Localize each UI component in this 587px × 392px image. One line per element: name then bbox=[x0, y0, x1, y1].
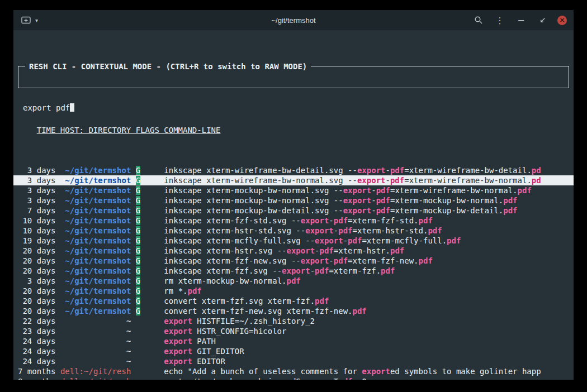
host-directory: ~ bbox=[60, 337, 131, 346]
history-list: 3 days ~/git/termshot G inkscape xterm-w… bbox=[18, 165, 569, 380]
host-directory: ~/git/termshot bbox=[60, 307, 131, 315]
history-row[interactable]: 24 days ~ export GIT_EDITOR bbox=[13, 346, 574, 356]
command-text: inkscape xterm-fzf-new.svg --export-pdf=… bbox=[164, 256, 432, 265]
command-text: inkscape xterm-hstr-std.svg --export-pdf… bbox=[164, 226, 442, 235]
titlebar: ▾ ~/git/termshot ⋮ − × bbox=[13, 10, 574, 30]
host-directory: ~ bbox=[60, 317, 131, 326]
chevron-down-icon[interactable]: ▾ bbox=[35, 17, 38, 23]
git-flag: G bbox=[136, 186, 140, 195]
restore-button[interactable] bbox=[536, 14, 548, 26]
git-flag: G bbox=[136, 236, 140, 245]
git-flag: G bbox=[136, 266, 140, 275]
git-flag: G bbox=[136, 176, 140, 185]
entry-time: 7 months bbox=[18, 367, 55, 376]
command-text: inkscape xterm-mockup-bw-normal.svg --ex… bbox=[164, 196, 517, 205]
command-text: convert xterm-fzf.svg xterm-fzf.pdf bbox=[164, 297, 329, 305]
host-directory: ~/git/termshot bbox=[60, 236, 131, 245]
command-text: export HISTFILE=~/.zsh_history_2 bbox=[164, 317, 315, 326]
history-row[interactable]: 20 days ~/git/termshot G convert xterm-f… bbox=[13, 296, 574, 306]
git-flag: G bbox=[136, 196, 140, 205]
entry-time: 3 days bbox=[18, 176, 55, 185]
history-row[interactable]: 20 days ~/git/termshot G inkscape xterm-… bbox=[13, 246, 574, 256]
entry-time: 22 days bbox=[18, 317, 55, 326]
history-row[interactable]: 3 days ~/git/termshot G inkscape xterm-m… bbox=[13, 185, 574, 195]
entry-time: 10 days bbox=[18, 216, 55, 225]
history-row[interactable]: 10 days ~/git/termshot G inkscape xterm-… bbox=[13, 226, 574, 236]
history-row[interactable]: 24 days ~ export PATH bbox=[13, 336, 574, 346]
new-terminal-icon bbox=[21, 16, 31, 24]
history-row[interactable]: 3 days ~/git/termshot G rm xterm-mockup-… bbox=[13, 276, 574, 286]
entry-time: 20 days bbox=[18, 256, 55, 265]
command-text: rm *.pdf bbox=[164, 286, 201, 295]
entry-time: 23 days bbox=[18, 327, 55, 336]
history-row[interactable]: 10 days ~/git/termshot G inkscape xterm-… bbox=[13, 216, 574, 226]
host-directory: ~/git/termshot bbox=[60, 206, 131, 215]
command-text: convert xterm-fzf-new.svg xterm-fzf-new.… bbox=[164, 307, 366, 315]
history-row[interactable]: 20 days ~/git/termshot G rm *.pdf bbox=[13, 286, 574, 296]
entry-time: 20 days bbox=[18, 286, 55, 295]
git-flag: G bbox=[136, 256, 140, 265]
git-flag: G bbox=[136, 286, 140, 295]
host-directory: ~/git/termshot bbox=[60, 226, 131, 235]
host-directory: ~ bbox=[60, 327, 131, 336]
history-row[interactable]: 20 days ~/git/termshot G convert xterm-f… bbox=[13, 306, 574, 316]
git-flag: G bbox=[136, 297, 140, 305]
host-directory: ~/git/termshot bbox=[60, 286, 131, 295]
command-text: inkscape xterm-fzf-std.svg --export-pdf=… bbox=[164, 216, 432, 225]
entry-time: 20 days bbox=[18, 266, 55, 275]
history-row[interactable]: 19 days ~/git/termshot G inkscape xterm-… bbox=[13, 236, 574, 246]
entry-time: 20 days bbox=[18, 307, 55, 315]
restore-icon bbox=[538, 16, 547, 25]
search-input[interactable]: export pdf bbox=[23, 103, 564, 113]
entry-time: 20 days bbox=[18, 297, 55, 305]
menu-button[interactable]: ⋮ bbox=[494, 14, 506, 26]
history-row[interactable]: 20 days ~/git/termshot G inkscape xterm-… bbox=[13, 266, 574, 276]
git-flag: G bbox=[136, 307, 140, 315]
host-directory: ~/git/termshot bbox=[60, 266, 131, 275]
search-button[interactable] bbox=[472, 14, 485, 26]
history-row[interactable]: 22 days ~ export HISTFILE=~/.zsh_history… bbox=[13, 316, 574, 326]
git-flag: G bbox=[136, 246, 140, 255]
history-row[interactable]: 23 days ~ export HSTR_CONFIG=hicolor bbox=[13, 326, 574, 336]
host-directory: ~/git/termshot bbox=[60, 186, 131, 195]
command-text: inkscape xterm-fzf.svg --export-pdf=xter… bbox=[164, 266, 395, 275]
history-row[interactable]: 3 days ~/git/termshot G inkscape xterm-w… bbox=[13, 165, 574, 175]
command-text: export GIT_EDITOR bbox=[164, 347, 244, 356]
history-row[interactable]: 8 months dell:~/git/resh neato /tmp/resh… bbox=[13, 376, 574, 380]
minimize-icon: − bbox=[517, 15, 524, 26]
close-button[interactable]: × bbox=[557, 16, 567, 25]
entry-time: 3 days bbox=[18, 166, 55, 175]
entry-time: 10 days bbox=[18, 226, 55, 235]
host-directory: ~/git/termshot bbox=[60, 216, 131, 225]
entry-time: 20 days bbox=[18, 246, 55, 255]
host-directory: ~/git/termshot bbox=[60, 297, 131, 305]
history-row[interactable]: 24 days ~ export EDITOR bbox=[13, 356, 574, 366]
history-row[interactable]: 7 months dell:~/git/resh echo "Add a bun… bbox=[13, 366, 574, 376]
git-flag: G bbox=[136, 276, 140, 285]
minimize-button[interactable]: − bbox=[515, 14, 527, 26]
command-text: inkscape xterm-wireframe-bw-normal.svg -… bbox=[164, 176, 541, 185]
entry-time: 24 days bbox=[18, 347, 55, 356]
git-flag: G bbox=[136, 216, 140, 225]
git-flag: G bbox=[136, 206, 140, 215]
text-cursor bbox=[70, 103, 74, 112]
history-row[interactable]: 3 days ~/git/termshot G inkscape xterm-w… bbox=[13, 175, 574, 185]
history-row[interactable]: 3 days ~/git/termshot G inkscape xterm-m… bbox=[13, 195, 574, 205]
history-row[interactable]: 7 days ~/git/termshot G inkscape xterm-m… bbox=[13, 205, 574, 216]
history-row[interactable]: 20 days ~/git/termshot G inkscape xterm-… bbox=[13, 256, 574, 266]
entry-time: 19 days bbox=[18, 236, 55, 245]
command-text: echo "Add a bunch of useless comments fo… bbox=[164, 367, 541, 376]
search-box[interactable]: RESH CLI - CONTEXTUAL MODE - (CTRL+R to … bbox=[18, 66, 569, 88]
host-directory: ~/git/termshot bbox=[60, 196, 131, 205]
new-terminal-button[interactable] bbox=[20, 14, 32, 26]
host-directory: dell:~/git/resh bbox=[60, 377, 131, 380]
entry-time: 8 months bbox=[18, 377, 55, 380]
entry-time: 7 days bbox=[18, 206, 55, 215]
command-text: inkscape xterm-hstr.svg --export-pdf=xte… bbox=[164, 246, 404, 255]
host-directory: dell:~/git/resh bbox=[60, 367, 131, 376]
host-directory: ~/git/termshot bbox=[60, 166, 131, 175]
terminal-window: ▾ ~/git/termshot ⋮ − × bbox=[13, 10, 574, 380]
entry-time: 24 days bbox=[18, 357, 55, 366]
host-directory: ~ bbox=[60, 357, 131, 366]
host-directory: ~ bbox=[60, 347, 131, 356]
